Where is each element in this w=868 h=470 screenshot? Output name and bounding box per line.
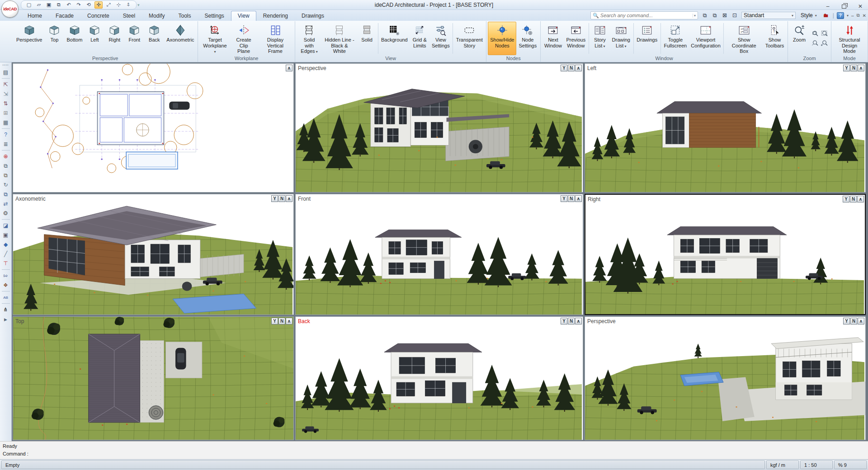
tab-rendering[interactable]: Rendering	[256, 11, 295, 21]
section-3d-icon[interactable]: ▣	[1, 230, 11, 240]
bottom-button[interactable]: Bottom	[64, 22, 85, 55]
tab-facade[interactable]: Facade	[49, 11, 80, 21]
drawing-list-button[interactable]: Drawing List ▾	[610, 22, 632, 55]
measure-leader-icon[interactable]: ⤢	[104, 1, 113, 9]
doc-close-button[interactable]: ✕	[863, 13, 866, 18]
copy-objects-icon[interactable]: ⧉	[1, 161, 11, 170]
measure-vertical-icon[interactable]: ⊹	[114, 1, 123, 9]
minimize-button[interactable]: –	[824, 3, 832, 9]
new-window-icon[interactable]: ⊡	[731, 12, 739, 19]
toggle-fullscreen-button[interactable]: Toggle Fullscreen	[662, 22, 689, 55]
viewport-maximize-button[interactable]: Y	[561, 65, 567, 71]
standart-combo[interactable]: Standart▾	[741, 12, 796, 19]
viewport-maximize-button[interactable]: Y	[843, 65, 850, 71]
structural-design-mode-button[interactable]: Structural Design Mode	[833, 22, 866, 55]
solid-with-edges-button[interactable]: Solid with Edges ▾	[297, 22, 322, 55]
viewport-collapse-button[interactable]: ∧	[286, 65, 292, 71]
table-pointer-icon[interactable]: ▦	[1, 118, 11, 127]
mirror-plane-icon[interactable]: ◪	[1, 221, 11, 230]
zoom-button[interactable]: Zoom	[789, 22, 809, 55]
toolbar-grip[interactable]: ▪▪▪▪	[3, 63, 9, 66]
viewport-maximize-button[interactable]: Y	[561, 195, 567, 202]
layers-icon[interactable]: ⧉	[711, 12, 719, 19]
viewport-maximize-button[interactable]: Y	[561, 318, 567, 324]
viewport-left-3[interactable]: LeftYN∧	[585, 63, 866, 193]
left-button[interactable]: Left	[85, 22, 104, 55]
viewport-perspective-9[interactable]: PerspectiveYN∧	[585, 316, 866, 440]
mirror-windows-icon[interactable]: ⇄	[1, 199, 11, 208]
grid-limits-button[interactable]: Grid & Limits	[410, 22, 429, 55]
close-window-icon[interactable]: ⊠	[721, 12, 729, 19]
viewport-1[interactable]: ∧	[13, 63, 294, 193]
viewport-normal-button[interactable]: N	[850, 196, 857, 202]
paste-objects-icon[interactable]: ⧉	[1, 171, 11, 180]
viewport-back-8[interactable]: BackYN∧	[295, 316, 583, 440]
query-info-icon[interactable]: ?	[1, 130, 11, 139]
object-colors-icon[interactable]: ❖	[1, 281, 11, 290]
toolbox-icon[interactable]: 🖿	[822, 12, 830, 19]
rotate-objects-icon[interactable]: ↻	[1, 180, 11, 189]
viewport-perspective-2[interactable]: PerspectiveYN∧	[295, 63, 583, 193]
drawings-button[interactable]: Drawings	[635, 22, 660, 55]
zoom-selection-icon[interactable]	[810, 39, 819, 48]
viewport-collapse-button[interactable]: ∧	[286, 318, 292, 324]
viewport-normal-button[interactable]: N	[278, 318, 285, 324]
save-icon[interactable]: ▣	[45, 1, 53, 9]
undo-list-icon[interactable]: ⟲	[85, 1, 93, 9]
zoom-dynamic-icon[interactable]	[820, 39, 829, 48]
select-move-icon[interactable]: ⇱	[1, 80, 11, 89]
hidden-line-black-white-button[interactable]: Hidden Line - Black & White	[322, 22, 357, 55]
axis-origin-icon[interactable]: ⊕	[1, 152, 11, 161]
viewport-collapse-button[interactable]: ∧	[286, 195, 292, 202]
viewport-collapse-button[interactable]: ∧	[575, 65, 582, 71]
tab-drawings[interactable]: Drawings	[295, 11, 331, 21]
slope-line-icon[interactable]: ╱	[1, 249, 11, 258]
help-dropdown-icon[interactable]: ▾	[847, 14, 849, 18]
viewport-normal-button[interactable]: N	[568, 65, 575, 71]
solid-button[interactable]: Solid	[357, 22, 377, 55]
auto-label-icon[interactable]: AB	[1, 293, 11, 302]
viewport-top-7[interactable]: TopYN∧	[13, 316, 294, 440]
display-vertical-frame-button[interactable]: Display Vertical Frame	[257, 22, 293, 55]
front-button[interactable]: Front	[124, 22, 144, 55]
idecad-logo[interactable]: ideCAD	[1, 0, 19, 18]
viewport-axonometric-4[interactable]: AxonometricYN∧	[13, 194, 294, 315]
picket-tool-icon[interactable]: ⊤	[1, 259, 11, 268]
notes-icon[interactable]: ≣	[1, 140, 11, 149]
undo-icon[interactable]: ↶	[65, 1, 73, 9]
search-input[interactable]	[600, 13, 693, 18]
top-button[interactable]: Top	[44, 22, 64, 55]
viewport-collapse-button[interactable]: ∧	[858, 65, 864, 71]
layer-list-icon[interactable]: ⧉	[701, 12, 709, 19]
viewport-collapse-button[interactable]: ∧	[575, 318, 582, 324]
axonometric-button[interactable]: Axonometric	[164, 22, 196, 55]
node-edit-icon[interactable]: ✣	[94, 1, 103, 9]
measure-height-icon[interactable]: ⍏	[124, 1, 132, 9]
duplicate-objects-icon[interactable]: ⧉	[1, 190, 11, 199]
target-workplane-button[interactable]: Target Workplane ▾	[199, 22, 230, 55]
tab-settings[interactable]: Settings	[198, 11, 231, 21]
back-button[interactable]: Back	[144, 22, 164, 55]
background-button[interactable]: Background	[379, 22, 410, 55]
find-icon[interactable]: ⋔	[1, 305, 11, 314]
help-button[interactable]: ?	[837, 12, 844, 19]
redo-icon[interactable]: ↷	[75, 1, 83, 9]
doc-minimize-button[interactable]: –	[851, 13, 854, 18]
next-window-button[interactable]: Next Window	[542, 22, 564, 55]
tab-concrete[interactable]: Concrete	[80, 11, 116, 21]
solids-tool-icon[interactable]: ◆	[1, 240, 11, 249]
circular-array-icon[interactable]: ❂	[1, 209, 11, 218]
create-clip-plane-button[interactable]: Create Clip Plane	[230, 22, 257, 55]
view-settings-button[interactable]: View Settings	[429, 22, 452, 55]
show-hide-nodes-button[interactable]: Show/Hide Nodes	[488, 22, 516, 55]
viewport-normal-button[interactable]: N	[568, 318, 575, 324]
close-button[interactable]: ✕	[856, 3, 864, 9]
viewport-configuration-button[interactable]: Viewport Configuration	[689, 22, 722, 55]
viewport-front-5[interactable]: FrontYN∧	[295, 194, 583, 315]
viewport-maximize-button[interactable]: Y	[843, 196, 849, 202]
node-settings-button[interactable]: Node Settings	[516, 22, 539, 55]
restore-button[interactable]	[842, 5, 846, 9]
viewport-maximize-button[interactable]: Y	[843, 318, 850, 324]
quick-access-overflow-icon[interactable]: ▾	[137, 3, 140, 7]
show-coordinate-box-button[interactable]: x=y=Show Coordinate Box	[725, 22, 763, 55]
